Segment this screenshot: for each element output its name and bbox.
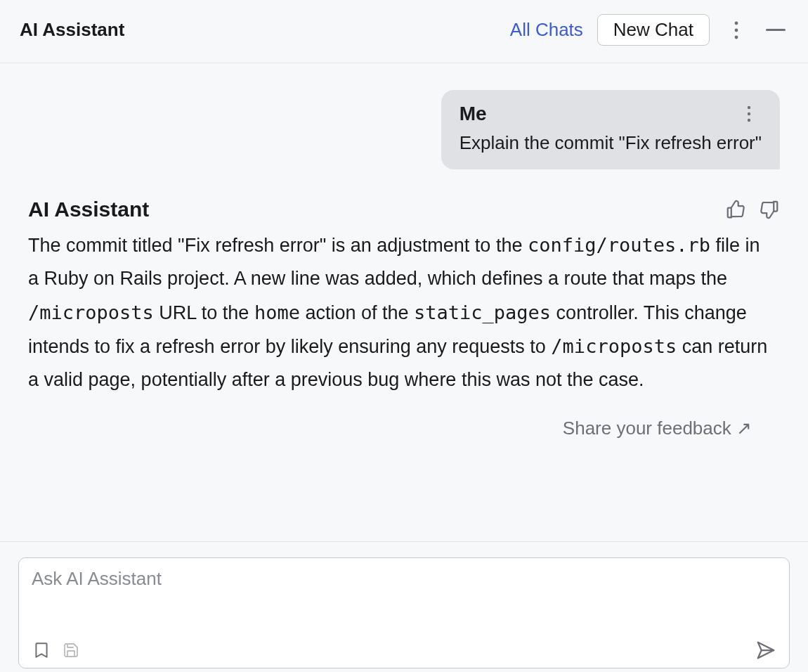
asst-code: home <box>254 302 300 323</box>
new-chat-button[interactable]: New Chat <box>597 14 710 46</box>
user-message-options-icon[interactable] <box>736 101 762 127</box>
asst-code: /microposts <box>551 335 677 357</box>
input-box <box>18 557 790 668</box>
more-options-icon[interactable] <box>724 18 749 43</box>
assistant-message-body: The commit titled "Fix refresh error" is… <box>28 228 773 396</box>
asst-text: action of the <box>300 302 414 323</box>
bookmark-icon[interactable] <box>32 640 51 660</box>
svg-point-1 <box>735 28 738 32</box>
input-toolbar <box>32 640 776 661</box>
header-actions: All Chats New Chat <box>510 14 788 46</box>
assistant-message-header: AI Assistant <box>28 198 780 221</box>
svg-point-4 <box>748 112 750 115</box>
share-feedback-row: Share your feedback ↗ <box>28 396 780 453</box>
send-icon[interactable] <box>755 640 776 661</box>
all-chats-link[interactable]: All Chats <box>510 19 583 41</box>
user-message-row: Me Explain the commit "Fix refresh error… <box>28 90 780 169</box>
minimize-icon[interactable] <box>763 18 788 43</box>
svg-point-5 <box>748 119 750 122</box>
thumbs-up-icon[interactable] <box>725 199 746 220</box>
user-message-bubble: Me Explain the commit "Fix refresh error… <box>441 90 780 169</box>
input-tools-left <box>32 640 745 660</box>
assistant-name: AI Assistant <box>28 198 725 221</box>
svg-point-2 <box>735 35 738 39</box>
asst-code: /microposts <box>28 302 154 323</box>
panel-title: AI Assistant <box>20 19 510 41</box>
asst-code: config/routes.rb <box>528 234 710 256</box>
save-icon <box>61 640 81 660</box>
asst-text: The commit titled "Fix refresh error" is… <box>28 235 528 256</box>
thumbs-down-icon[interactable] <box>759 199 780 220</box>
input-area <box>0 541 808 668</box>
user-message-header: Me <box>460 101 762 127</box>
share-feedback-link[interactable]: Share your feedback ↗ <box>563 418 752 439</box>
user-name: Me <box>460 103 487 125</box>
assistant-feedback-icons <box>725 199 780 220</box>
chat-input[interactable] <box>32 568 776 640</box>
svg-point-0 <box>735 21 738 25</box>
chat-area: Me Explain the commit "Fix refresh error… <box>0 63 808 541</box>
assistant-message: AI Assistant The commit titled "Fix refr… <box>28 198 780 396</box>
asst-text: URL to the <box>154 302 254 323</box>
asst-code: static_pages <box>414 302 551 323</box>
svg-point-3 <box>748 106 750 109</box>
user-message-text: Explain the commit "Fix refresh error" <box>460 131 762 155</box>
header: AI Assistant All Chats New Chat <box>0 0 808 63</box>
